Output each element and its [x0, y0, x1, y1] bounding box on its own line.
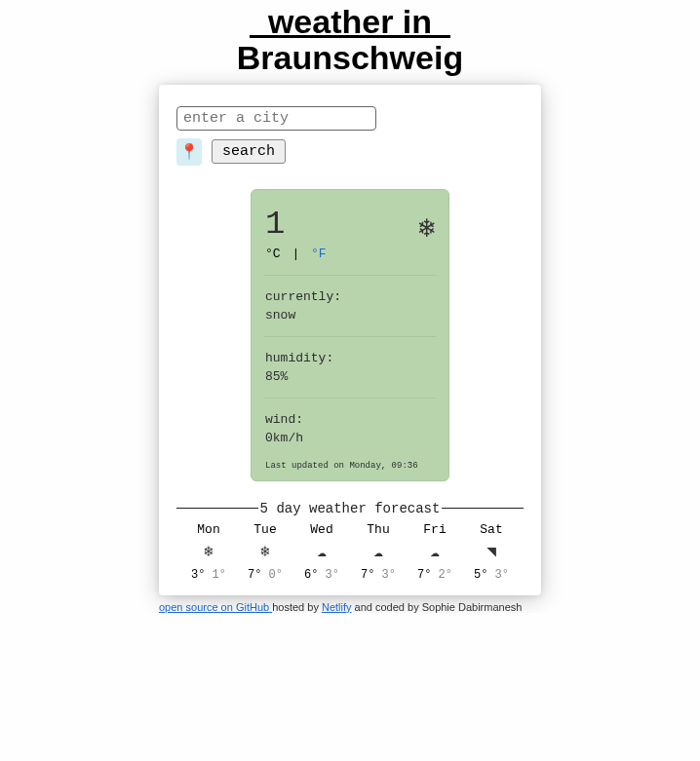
divider [263, 275, 437, 276]
forecast-day-lo: 0° [269, 568, 283, 582]
divider [263, 398, 437, 399]
unit-celsius-link[interactable]: °C [265, 247, 281, 261]
forecast-day-name: Thu [350, 522, 407, 537]
last-updated: Last updated on Monday, 09:36 [265, 461, 435, 471]
forecast-day-temps: 5° 3° [463, 568, 520, 582]
forecast-day-hi: 7° [361, 568, 374, 582]
forecast-day-hi: 7° [248, 568, 261, 582]
forecast-day-temps: 7° 3° [350, 568, 407, 582]
forecast-day-lo: 3° [495, 568, 509, 582]
forecast-day-name: Tue [237, 522, 293, 537]
divider [263, 336, 437, 337]
forecast-day-lo: 3° [326, 568, 339, 582]
forecast-day-icon: ☁ [293, 543, 350, 562]
forecast-day-name: Mon [180, 522, 237, 537]
humidity-label: humidity: [265, 351, 435, 365]
forecast-day: Sat◥5° 3° [463, 522, 520, 582]
forecast-day-icon: ☁ [407, 543, 463, 562]
page-title-line1: weather in [250, 3, 450, 40]
forecast-section: 5 day weather forecast Mon❄3° 1°Tue❄7° 0… [176, 501, 524, 582]
unit-fahrenheit-link[interactable]: °F [311, 247, 327, 261]
city-input[interactable] [176, 106, 376, 131]
github-link[interactable]: open source on GitHub [159, 601, 272, 613]
forecast-day-icon: ❄ [237, 543, 293, 562]
forecast-day: Tue❄7° 0° [237, 522, 293, 582]
forecast-day-hi: 6° [304, 568, 318, 582]
forecast-day-name: Fri [407, 522, 463, 537]
forecast-title: 5 day weather forecast [258, 501, 443, 516]
forecast-day-icon: ☁ [350, 543, 407, 562]
wind-label: wind: [265, 412, 435, 427]
forecast-day-hi: 7° [417, 568, 431, 582]
currently-value: snow [265, 308, 435, 323]
footer-coded-text: and coded by Sophie Dabirmanesh [352, 601, 523, 613]
weather-condition-icon: ❄ [418, 211, 435, 245]
forecast-day-temps: 3° 1° [180, 568, 237, 582]
forecast-day-lo: 1° [213, 568, 226, 582]
forecast-day-lo: 3° [382, 568, 396, 582]
page-title-city: Braunschweig [237, 39, 463, 76]
forecast-day-name: Sat [463, 522, 520, 537]
weather-card: 📍 search 1 °C | °F ❄ currently: snow hum… [159, 85, 541, 595]
current-weather-panel: 1 °C | °F ❄ currently: snow humidity: 85… [251, 189, 449, 481]
forecast-day-icon: ◥ [463, 543, 520, 562]
wind-value: 0km/h [265, 431, 435, 445]
forecast-day-temps: 7° 0° [237, 568, 293, 582]
geolocate-button[interactable]: 📍 [176, 138, 202, 166]
currently-label: currently: [265, 289, 435, 304]
temperature-value: 1 [265, 208, 327, 241]
forecast-day-hi: 5° [474, 568, 487, 582]
forecast-day-temps: 6° 3° [293, 568, 350, 582]
forecast-day: Mon❄3° 1° [180, 522, 237, 582]
forecast-day-temps: 7° 2° [407, 568, 463, 582]
search-button[interactable]: search [212, 139, 286, 164]
forecast-day-icon: ❄ [180, 543, 237, 562]
forecast-day: Thu☁7° 3° [350, 522, 407, 582]
unit-separator: | [288, 247, 303, 261]
forecast-day-hi: 3° [191, 568, 205, 582]
netlify-link[interactable]: Netlify [322, 601, 352, 613]
forecast-day: Wed☁6° 3° [293, 522, 350, 582]
footer-hosted-text: hosted by [272, 601, 322, 613]
forecast-day: Fri☁7° 2° [407, 522, 463, 582]
pin-icon: 📍 [179, 142, 199, 161]
footer: open source on GitHub hosted by Netlify … [159, 601, 541, 613]
humidity-value: 85% [265, 369, 435, 384]
forecast-day-lo: 2° [439, 568, 452, 582]
forecast-day-name: Wed [293, 522, 350, 537]
